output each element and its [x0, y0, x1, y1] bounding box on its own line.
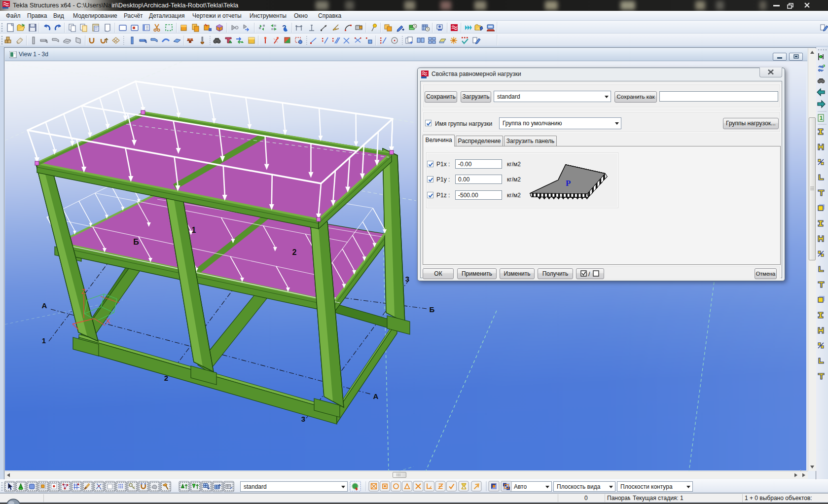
svg-text:А: А: [373, 392, 379, 400]
svg-text:3: 3: [301, 415, 305, 423]
svg-text:1: 1: [192, 226, 196, 234]
svg-text:Б: Б: [430, 305, 435, 314]
svg-text:2: 2: [164, 374, 168, 382]
svg-text:X: X: [106, 317, 110, 325]
svg-text:Б: Б: [133, 238, 139, 246]
svg-text:Z: Z: [81, 287, 86, 295]
svg-text:2: 2: [292, 248, 297, 256]
svg-text:P: P: [566, 179, 571, 188]
svg-text:А: А: [42, 301, 47, 310]
svg-text:/: /: [588, 270, 590, 277]
svg-text:1: 1: [42, 336, 46, 345]
svg-text:3: 3: [405, 275, 409, 283]
